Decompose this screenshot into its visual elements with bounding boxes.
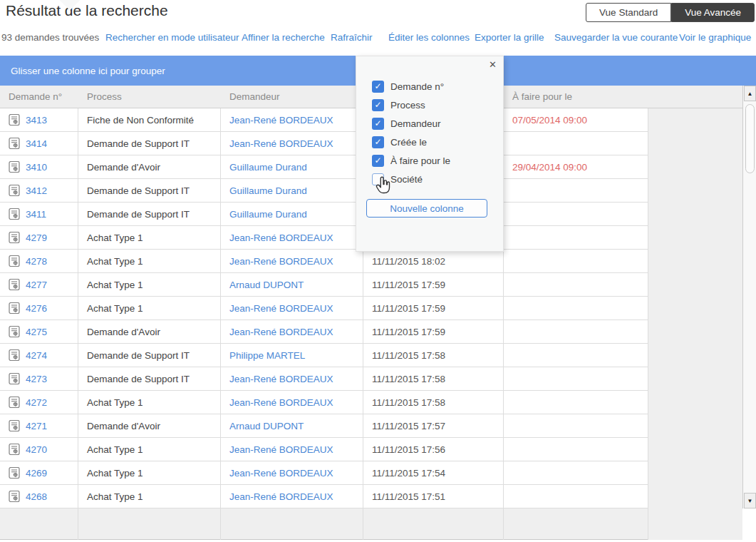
cell-a-faire-pour-le (504, 391, 648, 414)
demandeur-link[interactable]: Arnaud DUPONT (229, 280, 304, 290)
cell-process: Demande d'Avoir (78, 155, 221, 179)
cell-process: Achat Type 1 (78, 461, 221, 485)
toolbar: 93 demandes trouvées Rechercher en mode … (0, 32, 756, 46)
demandeur-link[interactable]: Jean-René BORDEAUX (229, 374, 333, 384)
demandeur-link[interactable]: Philippe MARTEL (229, 350, 305, 361)
table-row: 4268 Achat Type 1 Jean-René BORDEAUX 11/… (0, 485, 648, 508)
request-form-icon (9, 208, 20, 220)
cell-demande-num: 4270 (0, 438, 78, 461)
column-header-demande-num[interactable]: Demande n° (0, 86, 78, 108)
checkbox[interactable]: ✓ (372, 99, 384, 111)
cell-demande-num: 4275 (0, 320, 78, 344)
toolbar-link-sauvegarder-vue[interactable]: Sauvegarder la vue courante (554, 32, 678, 43)
request-number-link[interactable]: 4278 (26, 256, 47, 267)
column-header-demandeur[interactable]: Demandeur (221, 86, 363, 108)
request-number-link[interactable]: 4271 (26, 421, 47, 431)
request-number-link[interactable]: 3414 (26, 138, 47, 149)
toolbar-link-affiner-recherche[interactable]: Affiner la recherche (242, 32, 325, 43)
cell-process: Achat Type 1 (78, 391, 221, 414)
vertical-scrollbar[interactable]: ▲ ▼ (742, 86, 756, 508)
request-number-link[interactable]: 4272 (26, 397, 47, 408)
toolbar-link-rafraichir[interactable]: Rafraîchir (331, 32, 373, 43)
cell-demande-num: 4268 (0, 485, 78, 508)
view-standard-button[interactable]: Vue Standard (586, 3, 671, 22)
demandeur-link[interactable]: Jean-René BORDEAUX (229, 327, 333, 337)
cell-a-faire-pour-le (504, 461, 648, 485)
cursor-hand-icon (373, 176, 393, 198)
request-form-icon (9, 491, 20, 502)
column-checkbox-list: ✓ Demande n° ✓ Process ✓ Demandeur ✓ Cré… (372, 77, 450, 188)
request-number-link[interactable]: 4273 (26, 374, 47, 384)
toolbar-link-editer-colonnes[interactable]: Éditer les colonnes (388, 32, 470, 43)
cell-creee-le: 11/11/2015 17:56 (363, 438, 504, 461)
table-row: 3414 Demande de Support IT Jean-René BOR… (0, 132, 648, 155)
request-number-link[interactable]: 3410 (26, 162, 47, 173)
demandeur-link[interactable]: Jean-René BORDEAUX (229, 397, 333, 408)
checkbox[interactable]: ✓ (372, 81, 384, 93)
demandeur-link[interactable]: Guillaume Durand (229, 185, 307, 196)
request-number-link[interactable]: 4274 (26, 350, 47, 361)
cell-demande-num: 4272 (0, 391, 78, 414)
cell-process: Demande de Support IT (78, 344, 221, 367)
cell-process: Achat Type 1 (78, 226, 221, 250)
demandeur-link[interactable]: Arnaud DUPONT (229, 421, 304, 431)
close-icon[interactable]: ✕ (489, 60, 497, 70)
cell-a-faire-pour-le: 29/04/2014 09:00 (504, 155, 648, 179)
cell-demandeur: Jean-René BORDEAUX (221, 438, 363, 461)
group-drop-zone-label: Glisser une colonne ici pour grouper (11, 66, 165, 76)
cell-demandeur: Jean-René BORDEAUX (221, 461, 363, 485)
request-form-icon (9, 138, 20, 149)
table-row: 4272 Achat Type 1 Jean-René BORDEAUX 11/… (0, 391, 648, 414)
cell-creee-le: 11/11/2015 17:51 (363, 485, 504, 508)
cell-demande-num: 3410 (0, 155, 78, 179)
request-form-icon (9, 185, 20, 196)
scrollbar-thumb[interactable] (745, 104, 755, 173)
column-toggle-item: ✓ À faire pour le (372, 151, 450, 170)
column-header-a-faire-pour-le[interactable]: À faire pour le (504, 86, 648, 108)
cell-demande-num: 4273 (0, 367, 78, 391)
demandeur-link[interactable]: Guillaume Durand (229, 209, 307, 220)
request-number-link[interactable]: 4268 (26, 491, 47, 502)
demandeur-link[interactable]: Guillaume Durand (229, 162, 307, 173)
checkbox[interactable]: ✓ (372, 136, 384, 148)
demandeur-link[interactable]: Jean-René BORDEAUX (229, 138, 333, 149)
scroll-up-button[interactable]: ▲ (744, 86, 756, 101)
demandeur-link[interactable]: Jean-René BORDEAUX (229, 444, 333, 455)
demandeur-link[interactable]: Jean-René BORDEAUX (229, 468, 333, 479)
checkbox[interactable]: ✓ (372, 155, 384, 167)
column-header-process[interactable]: Process (78, 86, 221, 108)
request-form-icon (9, 444, 20, 455)
new-column-button[interactable]: Nouvelle colonne (366, 199, 487, 218)
demandeur-link[interactable]: Jean-René BORDEAUX (229, 491, 333, 502)
cell-process: Demande de Support IT (78, 132, 221, 155)
checkbox-label: Créée le (390, 137, 427, 148)
demandeur-link[interactable]: Jean-René BORDEAUX (229, 303, 333, 314)
request-number-link[interactable]: 3412 (26, 185, 47, 196)
request-number-link[interactable]: 4269 (26, 468, 47, 479)
cell-demandeur: Philippe MARTEL (221, 344, 363, 367)
scroll-down-button[interactable]: ▼ (744, 493, 756, 508)
cell-creee-le: 11/11/2015 17:59 (363, 273, 504, 297)
cell-process: Demande de Support IT (78, 367, 221, 391)
request-number-link[interactable]: 3411 (26, 209, 46, 220)
request-number-link[interactable]: 4275 (26, 327, 47, 337)
request-number-link[interactable]: 3413 (26, 115, 47, 126)
cell-creee-le: 11/11/2015 17:54 (363, 461, 504, 485)
view-advanced-button[interactable]: Vue Avancée (671, 3, 755, 22)
demandeur-link[interactable]: Jean-René BORDEAUX (229, 232, 333, 243)
cell-demande-num: 4269 (0, 461, 78, 485)
footer-cell (0, 508, 78, 540)
request-number-link[interactable]: 4279 (26, 232, 47, 243)
toolbar-link-rechercher-mode-utilisateur[interactable]: Rechercher en mode utilisateur (105, 32, 239, 43)
toolbar-link-voir-graphique[interactable]: Voir le graphique (679, 32, 751, 43)
toolbar-link-exporter-grille[interactable]: Exporter la grille (475, 32, 544, 43)
request-number-link[interactable]: 4277 (26, 280, 47, 290)
request-number-link[interactable]: 4270 (26, 444, 47, 455)
cell-a-faire-pour-le (504, 297, 648, 320)
demandeur-link[interactable]: Jean-René BORDEAUX (229, 256, 333, 267)
request-number-link[interactable]: 4276 (26, 303, 47, 314)
cell-demandeur: Jean-René BORDEAUX (221, 297, 363, 320)
checkbox[interactable]: ✓ (372, 118, 384, 130)
demandeur-link[interactable]: Jean-René BORDEAUX (229, 115, 333, 126)
request-form-icon (9, 467, 20, 479)
